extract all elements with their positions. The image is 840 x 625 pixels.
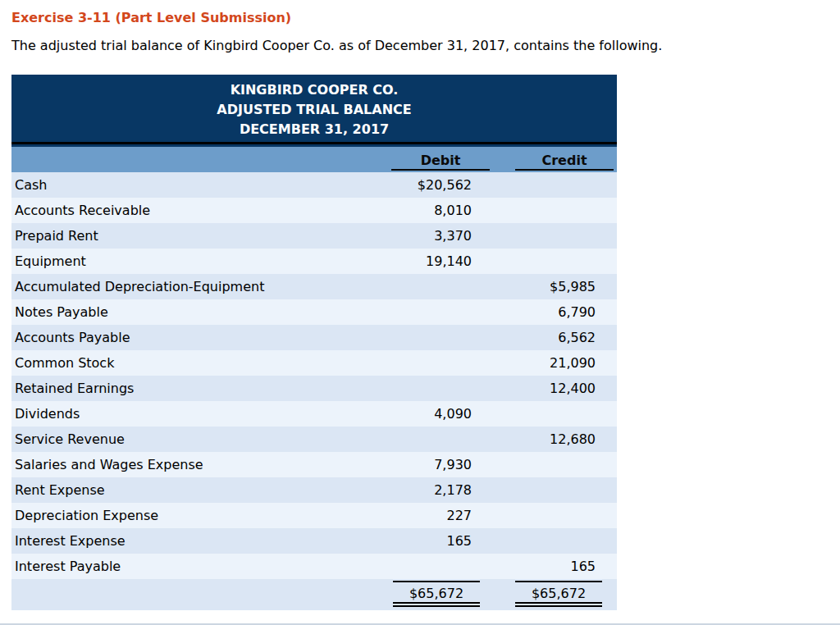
debit-amount-cell: 165 xyxy=(381,528,491,554)
table-row: Common Stock 21,090 xyxy=(11,350,617,376)
account-name-cell: Cash xyxy=(11,172,381,198)
table-row: Cash $20,562 xyxy=(11,172,617,198)
totals-spacer-cell xyxy=(11,579,381,610)
credit-amount-cell xyxy=(491,223,617,249)
table-row: Retained Earnings 12,400 xyxy=(11,376,617,401)
intro-text: The adjusted trial balance of Kingbird C… xyxy=(11,38,840,53)
table-row: Interest Payable 165 xyxy=(11,554,617,579)
debit-amount-cell: 2,178 xyxy=(381,477,491,503)
debit-total-cell: $65,672 xyxy=(381,579,491,610)
table-row: Rent Expense 2,178 xyxy=(11,477,617,503)
credit-amount-cell xyxy=(491,503,617,528)
credit-amount-cell xyxy=(491,198,617,223)
credit-amount-cell: 21,090 xyxy=(491,350,617,376)
account-name-cell: Prepaid Rent xyxy=(11,223,381,249)
table-row: Dividends 4,090 xyxy=(11,401,617,427)
credit-amount-cell xyxy=(491,172,617,198)
account-name-cell: Interest Expense xyxy=(11,528,381,554)
debit-amount-cell: $20,562 xyxy=(381,172,491,198)
debit-amount-cell: 7,930 xyxy=(381,452,491,477)
statement-title: ADJUSTED TRIAL BALANCE xyxy=(11,100,617,120)
table-row: Service Revenue 12,680 xyxy=(11,427,617,452)
table-row: Salaries and Wages Expense 7,930 xyxy=(11,452,617,477)
credit-column-header: Credit xyxy=(491,147,617,172)
credit-total: $65,672 xyxy=(515,581,602,607)
credit-amount-cell: $5,985 xyxy=(491,274,617,299)
account-column-header xyxy=(11,147,381,172)
table-row: Equipment 19,140 xyxy=(11,249,617,274)
account-name-cell: Common Stock xyxy=(11,350,381,376)
trial-balance-table: KINGBIRD COOPER CO. ADJUSTED TRIAL BALAN… xyxy=(11,75,617,610)
debit-amount-cell xyxy=(381,350,491,376)
header-divider-rule xyxy=(11,142,617,144)
debit-total: $65,672 xyxy=(393,581,480,607)
debit-column-header: Debit xyxy=(381,147,491,172)
credit-amount-cell xyxy=(491,249,617,274)
credit-amount-cell: 6,790 xyxy=(491,299,617,325)
table-row: Prepaid Rent 3,370 xyxy=(11,223,617,249)
debit-amount-cell: 227 xyxy=(381,503,491,528)
debit-amount-cell xyxy=(381,376,491,401)
totals-row: $65,672 $65,672 xyxy=(11,579,617,610)
debit-amount-cell xyxy=(381,325,491,350)
company-name: KINGBIRD COOPER CO. xyxy=(11,80,617,100)
table-row: Accumulated Depreciation-Equipment $5,98… xyxy=(11,274,617,299)
table-row: Interest Expense 165 xyxy=(11,528,617,554)
account-name-cell: Interest Payable xyxy=(11,554,381,579)
page-title: Exercise 3-11 (Part Level Submission) xyxy=(11,10,840,25)
table-row: Notes Payable 6,790 xyxy=(11,299,617,325)
debit-amount-cell xyxy=(381,299,491,325)
statement-header: KINGBIRD COOPER CO. ADJUSTED TRIAL BALAN… xyxy=(11,75,617,147)
account-name-cell: Notes Payable xyxy=(11,299,381,325)
account-name-cell: Dividends xyxy=(11,401,381,427)
account-name-cell: Retained Earnings xyxy=(11,376,381,401)
account-name-cell: Accumulated Depreciation-Equipment xyxy=(11,274,381,299)
table-row: Accounts Payable 6,562 xyxy=(11,325,617,350)
credit-amount-cell: 165 xyxy=(491,554,617,579)
account-name-cell: Accounts Receivable xyxy=(11,198,381,223)
credit-amount-cell xyxy=(491,452,617,477)
account-name-cell: Service Revenue xyxy=(11,427,381,452)
account-name-cell: Rent Expense xyxy=(11,477,381,503)
credit-amount-cell xyxy=(491,528,617,554)
account-name-cell: Accounts Payable xyxy=(11,325,381,350)
debit-amount-cell: 19,140 xyxy=(381,249,491,274)
table-row: Depreciation Expense 227 xyxy=(11,503,617,528)
credit-amount-cell xyxy=(491,477,617,503)
statement-header-row: KINGBIRD COOPER CO. ADJUSTED TRIAL BALAN… xyxy=(11,75,617,147)
debit-amount-cell xyxy=(381,554,491,579)
statement-date: DECEMBER 31, 2017 xyxy=(11,120,617,139)
exercise-page: Exercise 3-11 (Part Level Submission) Th… xyxy=(0,10,840,610)
credit-amount-cell: 12,680 xyxy=(491,427,617,452)
account-name-cell: Salaries and Wages Expense xyxy=(11,452,381,477)
debit-amount-cell xyxy=(381,427,491,452)
debit-amount-cell: 4,090 xyxy=(381,401,491,427)
debit-amount-cell: 3,370 xyxy=(381,223,491,249)
credit-amount-cell: 12,400 xyxy=(491,376,617,401)
debit-amount-cell: 8,010 xyxy=(381,198,491,223)
credit-total-cell: $65,672 xyxy=(491,579,617,610)
account-name-cell: Depreciation Expense xyxy=(11,503,381,528)
table-row: Accounts Receivable 8,010 xyxy=(11,198,617,223)
debit-amount-cell xyxy=(381,274,491,299)
account-name-cell: Equipment xyxy=(11,249,381,274)
credit-amount-cell xyxy=(491,401,617,427)
column-header-row: Debit Credit xyxy=(11,147,617,172)
credit-amount-cell: 6,562 xyxy=(491,325,617,350)
